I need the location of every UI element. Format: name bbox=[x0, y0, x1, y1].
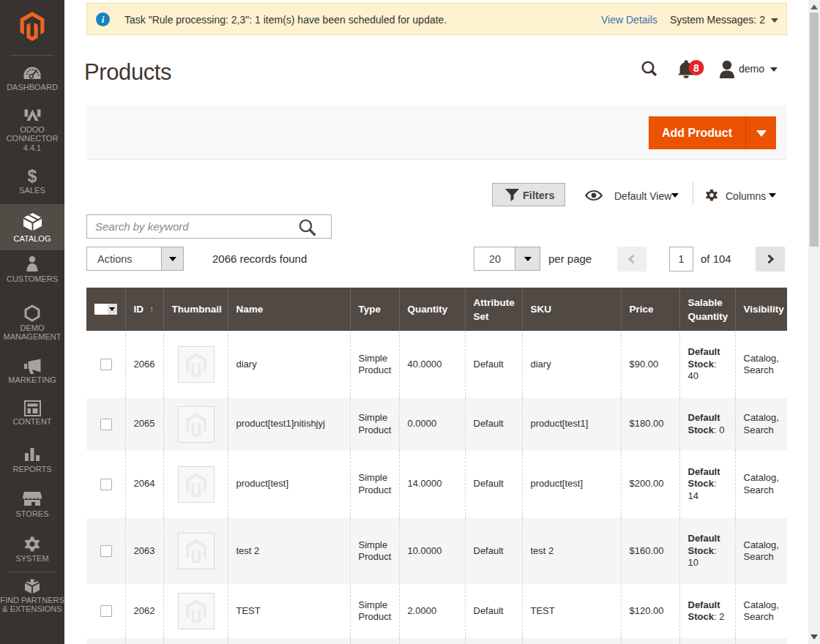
svg-text:8: 8 bbox=[693, 62, 699, 74]
